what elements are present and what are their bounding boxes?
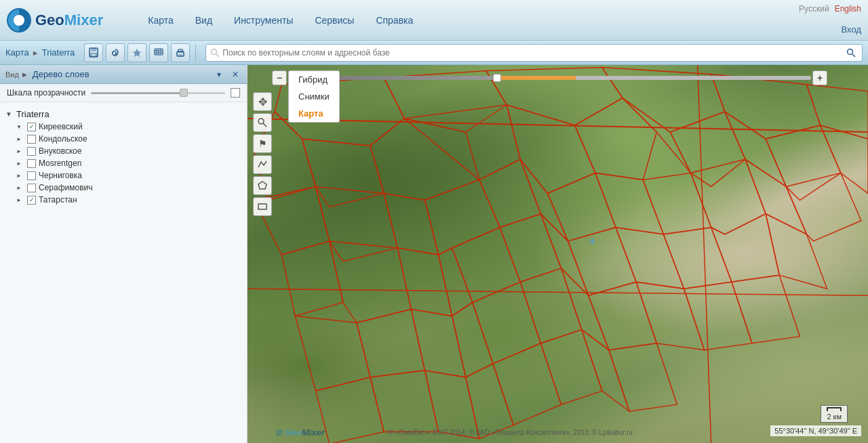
login-button[interactable]: Вход [842,24,861,35]
tree-checkbox-kondolskoe[interactable] [27,135,36,144]
tree-item-kondolskoe[interactable]: ► Кондольское [0,133,247,145]
svg-rect-11 [178,49,182,52]
map-type-snimki[interactable]: Снимки [289,88,339,105]
tree-checkbox-serafimovich[interactable] [27,184,36,192]
svg-marker-44 [745,159,806,234]
tree-group-triaterra-header[interactable]: ▼ Triaterra [0,108,247,121]
svg-line-78 [698,65,711,443]
rectangle-tool-button[interactable] [253,197,272,216]
sidebar-close-button[interactable]: ✕ [229,68,241,81]
tree-item-vnukovskoe[interactable]: ► Внуковское [0,145,247,157]
opacity-thumb[interactable] [180,89,188,97]
svg-marker-32 [766,125,841,201]
zoom-out-button[interactable]: − [272,70,287,85]
attach-button[interactable] [106,43,125,62]
svg-point-15 [848,49,853,54]
breadcrumb: Карта ► Triaterra [5,47,75,58]
polygon-tool-button[interactable] [253,176,272,195]
sidebar-header: Вид ► Дерево слоев ▾ ✕ [0,65,247,84]
tree-label-mosrentgen: Mosrentgen [39,159,81,168]
nav-menu: Карта Вид Инструменты Сервисы Справка [144,12,417,28]
search-submit-button[interactable] [844,46,858,60]
sidebar-dropdown-button[interactable]: ▾ [213,68,225,81]
save-button[interactable] [84,43,103,62]
nav-vid[interactable]: Вид [191,12,216,28]
search-input[interactable] [222,48,844,58]
zoom-track[interactable] [288,76,811,80]
logo-geo: Geo [35,12,64,28]
tree-checkbox-tatarstan[interactable] [27,196,36,205]
nav-instrumenty[interactable]: Инструменты [230,12,297,28]
tree-checkbox-vnukovskoe[interactable] [27,147,36,156]
tree-group-triaterra-label: Triaterra [16,109,50,119]
tree-arrow-kondolskoe: ► [16,136,24,142]
svg-point-80 [258,119,264,124]
svg-marker-62 [473,282,541,364]
tree-item-chernigov[interactable]: ► Черниговка [0,169,247,182]
tree-arrow-vnukovskoe: ► [16,148,24,154]
svg-marker-60 [411,309,465,377]
breadcrumb-karta[interactable]: Карта [5,47,29,58]
zoom-thumb[interactable] [493,74,501,82]
tree-label-kireevsky: Киреевский [39,122,83,131]
zoom-in-button[interactable]: + [812,70,827,85]
svg-marker-30 [670,112,745,187]
opacity-label: Шкала прозрачности [7,88,85,98]
layers-button[interactable] [149,43,168,62]
measure-tool-button[interactable] [253,155,272,174]
svg-point-13 [212,49,217,54]
opacity-value-box [231,88,240,98]
layer-tree: ▼ Triaterra ▼ Киреевский ► Кондольское ► [0,102,247,443]
svg-marker-39 [520,159,568,241]
lang-en[interactable]: English [835,4,861,14]
sidebar: Вид ► Дерево слоев ▾ ✕ Шкала прозрачност… [0,65,248,443]
svg-rect-83 [258,204,267,209]
tree-item-tatarstan[interactable]: ► Татарстан [0,194,247,206]
svg-marker-73 [493,343,561,425]
tree-item-kireevsky[interactable]: ▼ Киреевский [0,121,247,133]
svg-marker-66 [636,282,705,350]
tree-label-vnukovskoe: Внуковское [39,146,82,156]
tree-label-serafimovich: Серафимович [39,183,93,192]
tree-checkbox-kireevsky[interactable] [27,123,36,131]
tree-checkbox-chernigov[interactable] [27,171,36,180]
tree-arrow-kireevsky: ▼ [16,124,24,130]
svg-marker-29 [623,98,691,173]
pan-tool-button[interactable]: ✥ [253,92,272,111]
svg-marker-48 [397,248,452,316]
svg-marker-28 [575,98,657,180]
logo-text: GeoMixer [35,12,103,29]
logo: GeoMixer [7,8,103,33]
tree-arrow-serafimovich: ► [16,185,24,191]
svg-rect-12 [178,54,182,56]
nav-spravka[interactable]: Справка [372,12,417,28]
svg-marker-42 [643,173,711,234]
svg-rect-2 [91,54,96,56]
print-button[interactable] [171,43,190,62]
coordinates-text: 55°30'44" N, 49°30'49" E [774,427,857,435]
tree-item-serafimovich[interactable]: ► Серафимович [0,182,247,194]
tree-arrow-tatarstan: ► [16,197,24,203]
map-area[interactable]: − + ✥ ⚑ Гибрид Снимки [248,65,868,443]
map-type-switcher: Гибрид Снимки Карта [288,70,340,123]
map-type-hybrid[interactable]: Гибрид [289,71,339,88]
svg-line-14 [216,54,219,57]
zoom-region-button[interactable] [253,113,272,132]
scale-bar: 2 км [821,405,848,423]
tree-checkbox-mosrentgen[interactable] [27,159,36,168]
map-type-karta[interactable]: Карта [289,105,339,122]
opacity-slider[interactable] [91,92,225,94]
nav-servisy[interactable]: Сервисы [311,12,358,28]
svg-marker-76 [609,343,677,412]
lang-ru[interactable]: Русский [799,4,829,14]
tree-arrow-chernigov: ► [16,173,24,179]
breadcrumb-triaterra[interactable]: Triaterra [42,47,75,58]
tree-item-mosrentgen[interactable]: ► Mosrentgen [0,157,247,169]
flag-tool-button[interactable]: ⚑ [253,134,272,153]
favorite-button[interactable] [127,43,146,62]
header-language-switcher: Русский English [799,4,861,14]
svg-marker-74 [540,330,601,405]
map-tools: ✥ ⚑ [253,92,272,216]
nav-karta[interactable]: Карта [144,12,177,28]
copyright-text: © «СканВкс», 2007-2014; © ЗАО «Геоцентр-… [254,429,766,436]
